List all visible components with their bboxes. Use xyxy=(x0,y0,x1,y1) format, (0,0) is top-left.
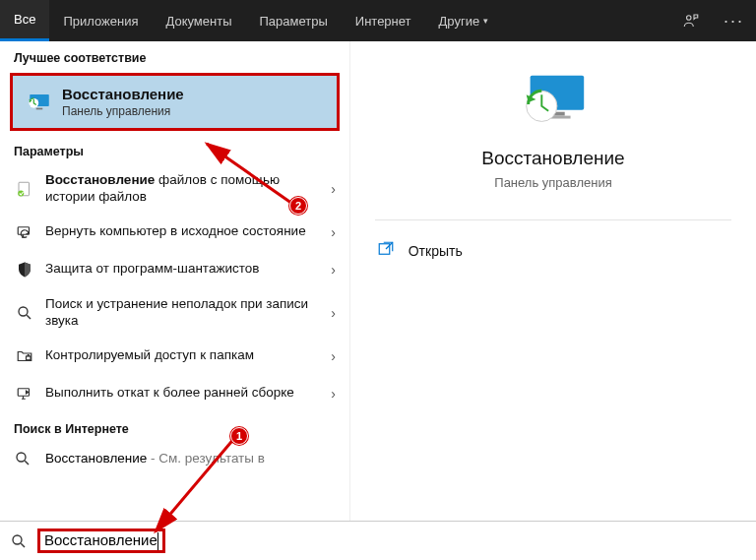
detail-subtitle: Панель управления xyxy=(494,175,611,190)
svg-rect-2 xyxy=(36,107,43,109)
settings-item-label: Выполнить откат к более ранней сборке xyxy=(45,385,336,402)
svg-point-0 xyxy=(686,16,691,21)
reset-pc-icon xyxy=(14,221,35,243)
ellipsis-icon: ··· xyxy=(724,11,744,31)
detail-panel: Восстановление Панель управления Открыть xyxy=(349,41,756,521)
best-match-title: Восстановление xyxy=(62,86,184,102)
settings-item-controlled-folder[interactable]: Контролируемый доступ к папкам › xyxy=(0,338,349,375)
search-bar: Восстановление xyxy=(0,521,756,560)
recovery-large-icon xyxy=(515,71,592,130)
settings-item-label: Вернуть компьютер в исходное состояние xyxy=(45,223,336,240)
tab-label: Все xyxy=(14,12,35,27)
feedback-button[interactable] xyxy=(670,0,712,41)
settings-item-label: Восстановление файлов с помощью истории … xyxy=(45,172,336,206)
open-label: Открыть xyxy=(409,243,463,259)
settings-item-label: Контролируемый доступ к папкам xyxy=(45,347,336,364)
tab-apps[interactable]: Приложения xyxy=(49,0,152,41)
file-history-icon xyxy=(14,178,35,200)
recovery-icon xyxy=(27,90,52,115)
tab-documents[interactable]: Документы xyxy=(152,0,245,41)
person-speech-icon xyxy=(682,12,700,30)
settings-section-header: Параметры xyxy=(0,135,349,164)
svg-point-16 xyxy=(13,535,22,544)
open-icon xyxy=(377,240,397,261)
main-area: Лучшее соответствие Восстановление Панел… xyxy=(0,41,756,521)
header-bar: Все Приложения Документы Параметры Интер… xyxy=(0,0,756,41)
settings-item-ransomware[interactable]: Защита от программ-шантажистов › xyxy=(0,251,349,288)
shield-icon xyxy=(14,259,35,280)
web-result-label: Восстановление - См. результаты в xyxy=(45,451,265,466)
tab-settings[interactable]: Параметры xyxy=(245,0,341,41)
folder-lock-icon xyxy=(14,345,35,367)
tab-label: Приложения xyxy=(63,14,138,29)
web-result[interactable]: Восстановление - См. результаты в xyxy=(0,442,349,475)
search-value: Восстановление xyxy=(44,531,158,548)
tab-internet[interactable]: Интернет xyxy=(342,0,425,41)
tab-label: Другие xyxy=(439,14,480,29)
open-action[interactable]: Открыть xyxy=(375,234,732,267)
chevron-right-icon: › xyxy=(331,348,336,364)
settings-item-reset-pc[interactable]: Вернуть компьютер в исходное состояние › xyxy=(0,214,349,251)
svg-point-10 xyxy=(17,453,26,462)
svg-rect-8 xyxy=(27,356,32,360)
chevron-right-icon: › xyxy=(331,181,336,197)
tab-label: Интернет xyxy=(355,14,411,29)
chevron-right-icon: › xyxy=(331,224,336,240)
search-input[interactable]: Восстановление xyxy=(37,529,165,553)
svg-point-7 xyxy=(19,307,28,316)
text-cursor xyxy=(158,532,158,550)
detail-title: Восстановление xyxy=(481,148,624,169)
settings-item-label: Защита от программ-шантажистов xyxy=(45,261,336,278)
rollback-icon xyxy=(14,383,35,404)
chevron-right-icon: › xyxy=(331,305,336,321)
tab-all[interactable]: Все xyxy=(0,0,49,41)
tab-label: Документы xyxy=(165,14,231,29)
settings-item-audio-troubleshoot[interactable]: Поиск и устранение неполадок при записи … xyxy=(0,288,349,338)
separator xyxy=(375,219,732,220)
svg-rect-15 xyxy=(379,244,390,255)
settings-item-rollback-build[interactable]: Выполнить откат к более ранней сборке › xyxy=(0,375,349,412)
chevron-right-icon: › xyxy=(331,386,336,402)
search-icon xyxy=(10,532,30,550)
tab-label: Параметры xyxy=(259,14,327,29)
search-icon xyxy=(14,450,35,467)
settings-item-label: Поиск и устранение неполадок при записи … xyxy=(45,296,336,330)
settings-item-file-history[interactable]: Восстановление файлов с помощью истории … xyxy=(0,164,349,214)
chevron-down-icon: ▾ xyxy=(483,16,488,26)
best-match-result[interactable]: Восстановление Панель управления xyxy=(10,73,340,131)
chevron-right-icon: › xyxy=(331,262,336,278)
best-match-subtitle: Панель управления xyxy=(62,104,184,118)
tab-more[interactable]: Другие▾ xyxy=(425,0,503,41)
more-options-button[interactable]: ··· xyxy=(712,0,756,41)
best-match-header: Лучшее соответствие xyxy=(0,41,349,71)
web-section-header: Поиск в Интернете xyxy=(0,412,349,442)
results-panel: Лучшее соответствие Восстановление Панел… xyxy=(0,41,349,521)
search-icon xyxy=(14,302,35,324)
